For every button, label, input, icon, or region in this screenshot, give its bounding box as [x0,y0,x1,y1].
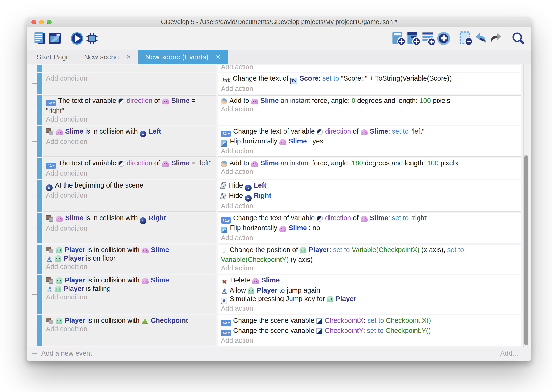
condition-line[interactable]: Player is in collision with Slime [46,245,213,254]
condition-line[interactable]: Player is on floor [46,254,213,262]
action-line[interactable]: ↶Flip horizontally Slime : no [221,224,518,233]
action-line[interactable]: Add to Slime an instant force, angle: 18… [221,159,518,167]
tab-close-button[interactable]: ✕ [215,54,221,61]
add-more-button[interactable]: Add... [500,350,518,357]
event-row[interactable]: VarThe text of variable direction of Sli… [36,158,521,179]
event-handle[interactable] [36,245,42,274]
event-row[interactable]: Player is in collision with SlimePlayer … [36,275,521,314]
action-line[interactable]: ASimulate pressing Jump key for Player [221,294,518,304]
action-line[interactable]: VarChange the scene variable CheckpointX… [221,316,518,326]
event-handle[interactable] [36,73,42,94]
event-row[interactable]: VarThe text of variable direction of Sli… [36,95,521,125]
scene-variable-icon [316,318,322,324]
tab-label: Start Page [36,53,70,61]
action-line[interactable]: ✖Delete Slime [221,276,518,286]
add-action-button[interactable]: Add action [221,202,518,210]
event-handle[interactable] [36,275,42,314]
condition-line[interactable]: VarThe text of variable direction of Sli… [46,159,213,169]
action-line[interactable]: VarChange the text of variable direction… [221,127,518,137]
title-bar[interactable]: GDevelop 5 - /Users/david/Documents/GDev… [27,17,531,27]
action-line[interactable]: VarChange the scene variable CheckpointY… [221,326,518,336]
add-action-button[interactable]: Add action [221,167,518,176]
bug-icon [85,32,99,45]
condition-line[interactable]: Slime is in collision with ►Right [46,214,213,224]
event-handle[interactable] [36,95,42,125]
slime-icon [251,161,258,167]
add-action-button[interactable]: Add action [221,304,518,313]
variable-icon: Var [221,131,231,137]
action-line[interactable]: Hide ►Right [221,191,518,202]
close-button[interactable] [31,20,36,25]
add-action-button[interactable]: Add action [221,336,518,345]
event-handle[interactable] [36,315,42,346]
add-comment-button[interactable] [421,31,436,46]
add-action-button[interactable]: Add action [221,84,518,93]
project-manager-button[interactable] [32,31,47,46]
event-row[interactable]: Slime is in collision with ►RightAdd con… [36,213,521,244]
scene-editor-button[interactable] [47,31,62,46]
add-button[interactable] [436,31,451,46]
event-handle[interactable] [36,158,42,179]
action-line[interactable]: txtChange the text of TxScore: set to "S… [221,74,518,84]
event-row[interactable]: Slime is in collision with ◄LeftAdd cond… [36,126,521,157]
event-handle[interactable] [36,213,42,244]
add-condition-button[interactable]: Add condition [46,262,213,271]
tab-new-scene[interactable]: New scene✕ [77,50,138,64]
add-condition-button[interactable]: Add condition [46,293,213,301]
add-action-button[interactable]: Add action [221,233,518,242]
redo-button[interactable] [488,31,504,46]
minimize-button[interactable] [39,20,44,25]
action-line[interactable]: ↶Flip horizontally Slime : yes [221,137,518,147]
add-condition-button[interactable]: Add condition [46,74,213,83]
event-row[interactable]: ▶At the beginning of the sceneAdd condit… [36,180,521,211]
actions-cell: ✖Delete SlimeAllow Player to jump againA… [218,275,521,314]
add-action-button[interactable]: Add action [221,147,518,155]
action-line[interactable]: +Change the position of Player: set to V… [221,245,518,264]
variable-icon: Var [46,162,56,169]
gdevelop-window: GDevelop 5 - /Users/david/Documents/GDev… [27,17,531,361]
delete-event-button[interactable] [458,31,473,46]
event-row[interactable]: Add conditiontxtChange the text of TxSco… [36,73,521,94]
add-condition-button[interactable]: Add condition [46,137,213,146]
event-handle[interactable] [36,65,42,72]
event-handle[interactable] [36,126,42,157]
condition-line[interactable]: Player is falling [46,284,213,293]
action-line[interactable]: VarChange the text of variable direction… [221,214,518,224]
add-new-event-button[interactable]: Add a new event [41,350,92,357]
event-handle[interactable] [36,180,42,211]
tab-close-button[interactable]: ✕ [126,54,131,61]
add-condition-button[interactable]: Add condition [46,191,213,200]
zoom-button[interactable] [47,20,52,25]
add-subevent-button[interactable] [406,31,421,46]
add-condition-button[interactable]: Add condition [46,224,213,232]
event-row[interactable]: Player is in collision with CheckpointAd… [36,315,521,346]
condition-line[interactable]: Player is in collision with Checkpoint [46,316,213,325]
condition-line[interactable]: Player is in collision with Slime [46,276,213,284]
condition-line[interactable]: VarThe text of variable direction of Sli… [46,96,213,115]
add-event-button[interactable] [391,31,406,46]
search-button[interactable] [511,31,526,46]
condition-line[interactable]: Slime is in collision with ◄Left [46,127,213,137]
play-icon [70,31,84,45]
add-action-button[interactable]: Add action [221,264,518,272]
add-condition-button[interactable]: Add condition [46,115,213,123]
action-line[interactable]: Hide ◄Left [221,181,518,191]
add-action-button[interactable]: Add action [221,65,518,71]
add-condition-button[interactable]: Add condition [46,325,213,333]
event-row[interactable]: Player is in collision with SlimePlayer … [36,245,521,274]
event-row[interactable]: Add action [36,65,521,72]
action-line[interactable]: Allow Player to jump again [221,286,518,294]
left-icon: ◄ [245,185,251,191]
action-line[interactable]: Add to Slime an instant force, angle: 0 … [221,96,518,105]
conditions-cell: Slime is in collision with ◄LeftAdd cond… [43,126,216,157]
add-condition-button[interactable]: Add condition [46,169,213,177]
tab-new-scene-events-[interactable]: New scene (Events)✕ [138,50,228,64]
condition-line[interactable]: ▶At the beginning of the scene [46,181,213,191]
tab-start-page[interactable]: Start Page [29,50,77,64]
slime-icon [142,278,149,284]
debug-button[interactable] [84,31,100,46]
add-action-button[interactable]: Add action [221,105,518,113]
scrollbar-thumb[interactable] [524,155,528,345]
undo-button[interactable] [473,31,488,46]
preview-button[interactable] [69,31,84,46]
